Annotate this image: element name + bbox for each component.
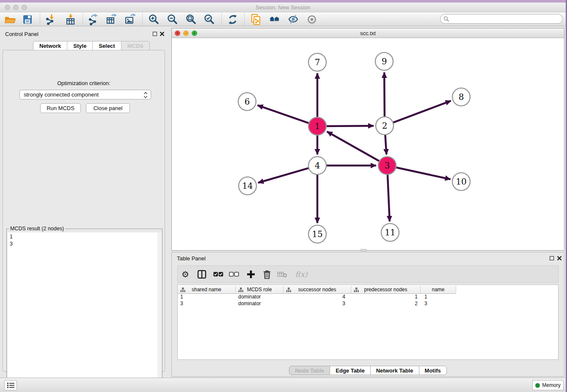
table-body: 1dominator4113dominator323 [178,294,558,359]
result-scrollbar[interactable] [157,232,161,391]
zoom-out-icon[interactable] [166,13,179,26]
network-canvas[interactable]: 7968124314101511 [172,38,564,250]
table-cell[interactable]: 3 [284,301,351,307]
graph-edge-1-6[interactable] [258,105,310,124]
optimization-criterion-label: Optimization criterion: [3,80,165,86]
control-panel-title: Control Panel [5,31,39,37]
node-table: shared nameMCDS rolesuccessor nodesprede… [177,284,559,360]
close-table-panel-icon[interactable] [557,256,562,261]
import-table-icon[interactable] [64,13,77,26]
tab-motifs[interactable]: Motifs [419,366,447,375]
delete-column-icon[interactable] [261,268,273,280]
toolbar-separator [221,13,222,25]
float-panel-icon[interactable] [153,32,157,36]
table-cell[interactable]: 4 [284,294,351,301]
table-cell[interactable]: 2 [351,301,421,307]
column-header-name[interactable]: name [421,286,456,294]
hide-selected-icon[interactable] [287,13,300,26]
graph-edge-3-1[interactable] [327,132,380,162]
graph-edge-2-8[interactable] [392,101,451,123]
tab-mcds[interactable]: MCDS [121,41,150,50]
table-cell[interactable]: 1 [421,294,456,301]
graph-node-label-10: 10 [456,177,466,187]
graph-node-label-14: 14 [242,181,253,191]
select-all-columns-icon[interactable] [212,268,224,280]
zoom-selected-icon[interactable] [203,13,215,26]
toolbar-separator [40,13,40,25]
mcds-result-title: MCDS result (2 nodes) [9,226,65,232]
column-settings-gear-icon[interactable]: ⚙ [179,268,191,280]
toolbar-separator [142,13,143,25]
graph-edge-3-10[interactable] [395,167,451,179]
graph-node-label-6: 6 [245,97,250,107]
zoom-fit-icon[interactable] [184,13,197,26]
import-network-icon[interactable] [44,13,57,26]
search-icon [443,16,449,22]
unselect-all-columns-icon[interactable] [228,268,240,280]
save-session-icon[interactable] [21,13,34,26]
splitter-handle[interactable] [361,249,366,251]
memory-button[interactable]: Memory [532,380,564,390]
tab-network[interactable]: Network [33,41,67,50]
table-cell[interactable]: 1 [351,294,421,301]
column-header-successor-nodes[interactable]: successor nodes [284,286,351,294]
first-neighbors-icon[interactable] [268,13,281,26]
optimization-criterion-dropdown[interactable]: strongly connected component [19,90,151,99]
zoom-in-icon[interactable] [147,13,160,26]
mcds-result-text[interactable]: 1 3 [8,232,157,391]
tab-edge-table[interactable]: Edge Table [330,366,370,375]
close-panel-button[interactable]: Close panel [86,103,130,113]
tab-style[interactable]: Style [67,41,92,50]
search-box [440,14,563,24]
function-builder-icon[interactable]: f(x) [293,268,310,280]
graph-edge-4-14[interactable] [258,168,310,182]
float-table-panel-icon[interactable] [550,256,554,260]
mcds-tab-content: Optimization criterion: strongly connect… [3,50,165,372]
graph-node-label-9: 9 [382,56,387,66]
show-all-icon[interactable] [306,13,318,26]
task-monitor-button[interactable] [4,380,17,390]
refresh-view-icon[interactable] [226,13,239,26]
table-cell[interactable]: dominator [236,301,284,307]
tab-node-table[interactable]: Node Table [289,366,330,375]
open-session-icon[interactable] [3,13,16,26]
status-bar: Memory [0,378,566,392]
graph-edge-2-9[interactable] [384,72,385,118]
table-toolbar: ⚙ f(x) [177,265,559,283]
tab-network-table[interactable]: Network Table [370,366,419,375]
search-input[interactable] [451,15,560,23]
graph-node-label-3: 3 [385,160,390,171]
dropdown-chevrons-icon [143,91,148,99]
graph-edge-2-3[interactable] [385,134,386,155]
network-view-title: scc.txt [172,30,564,36]
run-mcds-button[interactable]: Run MCDS [40,103,81,113]
new-network-from-selection-icon[interactable] [250,13,262,26]
delete-table-icon[interactable] [276,268,288,280]
table-row[interactable]: 3dominator323 [178,301,558,307]
memory-label: Memory [542,382,560,388]
column-header-shared-name[interactable]: shared name [178,286,236,294]
graph-edge-1-2[interactable] [325,126,374,126]
graph-node-label-11: 11 [385,227,395,237]
column-header-predecessor-nodes[interactable]: predecessor nodes [351,286,421,294]
table-cell[interactable]: 3 [178,301,236,307]
export-table-icon[interactable] [105,13,118,26]
table-cell[interactable]: dominator [236,294,284,301]
app-titlebar: Session: New Session [0,3,566,12]
split-panel-icon[interactable] [196,268,208,280]
table-row[interactable]: 1dominator411 [178,294,558,301]
table-cell[interactable]: 3 [421,301,456,307]
table-panel: Table Panel ⚙ f(x) shared nameMCDS roles… [171,252,564,377]
dropdown-value: strongly connected component [24,91,99,98]
table-cell[interactable]: 1 [178,294,236,301]
control-panel: Control Panel Network Style Select MCDS … [0,28,168,373]
control-panel-tabs: Network Style Select MCDS [33,41,150,50]
add-column-icon[interactable] [245,268,257,280]
tab-select[interactable]: Select [92,41,121,50]
export-network-icon[interactable] [87,13,99,26]
export-image-icon[interactable] [124,13,136,26]
graph-edge-3-11[interactable] [388,174,390,221]
network-window-titlebar[interactable]: × – + scc.txt [172,28,564,38]
column-header-MCDS-role[interactable]: MCDS role [236,286,284,294]
close-panel-icon[interactable] [160,31,165,36]
